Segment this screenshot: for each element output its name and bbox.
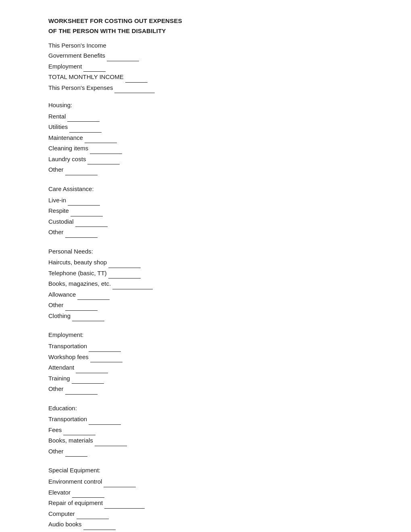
item-blank[interactable] bbox=[77, 289, 110, 300]
item-label: Other bbox=[48, 300, 64, 310]
item-blank[interactable] bbox=[72, 373, 104, 384]
item-blank[interactable] bbox=[65, 300, 98, 311]
item-blank[interactable] bbox=[75, 216, 108, 227]
item-blank[interactable] bbox=[85, 133, 117, 143]
item-label: Transportation bbox=[48, 341, 87, 351]
expenses-label: This Person's Expenses bbox=[48, 83, 113, 93]
item-blank[interactable] bbox=[83, 519, 116, 530]
title-line-2: OF THE PERSON WITH THE DISABILITY bbox=[48, 26, 363, 36]
section-personal-needs: Personal Needs:Haircuts, beauty shop Tel… bbox=[48, 247, 363, 322]
line-item-housing-3: Cleaning items bbox=[48, 143, 363, 154]
item-blank[interactable] bbox=[90, 143, 122, 154]
item-blank[interactable] bbox=[89, 341, 121, 352]
item-label: Computer bbox=[48, 509, 75, 519]
line-item-personal-needs-2: Books, magazines, etc. bbox=[48, 278, 363, 289]
line-item-special-equipment-0: Environment control bbox=[48, 476, 363, 487]
item-blank[interactable] bbox=[65, 227, 98, 238]
section-header-employment: Employment: bbox=[48, 330, 363, 340]
item-blank[interactable] bbox=[104, 498, 145, 509]
item-blank[interactable] bbox=[90, 352, 122, 363]
item-blank[interactable] bbox=[108, 268, 141, 279]
line-item-education-1: Fees bbox=[48, 425, 363, 436]
item-blank[interactable] bbox=[69, 122, 102, 133]
page-container: WORKSHEET FOR COSTING OUT EXPENSES OF TH… bbox=[0, 0, 411, 532]
item-blank[interactable] bbox=[72, 311, 104, 322]
item-blank[interactable] bbox=[65, 384, 98, 395]
expenses-blank[interactable] bbox=[114, 83, 155, 94]
item-blank[interactable] bbox=[112, 278, 153, 289]
item-blank[interactable] bbox=[87, 154, 120, 165]
section-header-education: Education: bbox=[48, 403, 363, 414]
line-item-personal-needs-0: Haircuts, beauty shop bbox=[48, 257, 363, 268]
item-blank[interactable] bbox=[65, 164, 98, 175]
item-label: Other bbox=[48, 384, 64, 394]
line-item-education-3: Other bbox=[48, 446, 363, 457]
govt-benefits-line: Government Benefits bbox=[48, 50, 363, 61]
item-blank[interactable] bbox=[77, 509, 109, 520]
line-item-personal-needs-1: Telephone (basic, TT) bbox=[48, 268, 363, 279]
item-label: Live-in bbox=[48, 195, 66, 206]
line-item-education-0: Transportation bbox=[48, 414, 363, 425]
item-blank[interactable] bbox=[104, 476, 136, 487]
total-income-line: TOTAL MONTHLY INCOME bbox=[48, 72, 363, 83]
title-block: WORKSHEET FOR COSTING OUT EXPENSES OF TH… bbox=[48, 16, 363, 36]
line-item-care-assistance-1: Respite bbox=[48, 206, 363, 216]
line-item-employment-1: Workshop fees bbox=[48, 352, 363, 363]
item-label: Telephone (basic, TT) bbox=[48, 268, 107, 278]
total-income-label: TOTAL MONTHLY INCOME bbox=[48, 72, 124, 82]
line-item-employment-4: Other bbox=[48, 384, 363, 395]
item-blank[interactable] bbox=[65, 446, 87, 457]
item-blank[interactable] bbox=[72, 487, 104, 498]
line-item-special-equipment-2: Repair of equipment bbox=[48, 498, 363, 509]
item-label: Transportation bbox=[48, 414, 87, 424]
govt-benefits-blank[interactable] bbox=[107, 50, 139, 61]
item-label: Laundry costs bbox=[48, 154, 86, 164]
item-blank[interactable] bbox=[108, 257, 141, 268]
item-label: Books, magazines, etc. bbox=[48, 278, 111, 289]
section-special-equipment: Special Equipment:Environment control El… bbox=[48, 466, 363, 532]
item-label: Cleaning items bbox=[48, 143, 88, 154]
item-label: Elevator bbox=[48, 487, 71, 498]
item-blank[interactable] bbox=[89, 414, 121, 425]
section-housing: Housing:Rental Utilities Maintenance Cle… bbox=[48, 100, 363, 175]
item-label: Workshop fees bbox=[48, 352, 89, 362]
item-label: Attendant bbox=[48, 362, 74, 373]
section-header-housing: Housing: bbox=[48, 100, 363, 110]
employment-intro-blank[interactable] bbox=[83, 61, 106, 72]
line-item-care-assistance-2: Custodial bbox=[48, 216, 363, 227]
line-item-housing-2: Maintenance bbox=[48, 133, 363, 143]
item-label: Maintenance bbox=[48, 133, 83, 143]
line-item-special-equipment-5: Ramp bbox=[48, 530, 363, 532]
item-blank[interactable] bbox=[63, 425, 95, 436]
line-item-personal-needs-4: Other bbox=[48, 300, 363, 311]
line-item-education-2: Books, materials bbox=[48, 435, 363, 446]
item-label: Respite bbox=[48, 206, 69, 216]
section-employment: Employment:Transportation Workshop fees … bbox=[48, 330, 363, 394]
item-label: Other bbox=[48, 227, 64, 237]
line-item-special-equipment-1: Elevator bbox=[48, 487, 363, 498]
item-blank[interactable] bbox=[95, 435, 127, 446]
item-label: Custodial bbox=[48, 216, 74, 227]
line-item-care-assistance-0: Live-in bbox=[48, 195, 363, 206]
line-item-housing-0: Rental bbox=[48, 111, 363, 122]
section-education: Education:Transportation Fees Books, mat… bbox=[48, 403, 363, 457]
line-item-housing-4: Laundry costs bbox=[48, 154, 363, 165]
total-income-blank[interactable] bbox=[125, 72, 147, 83]
line-item-employment-3: Training bbox=[48, 373, 363, 384]
employment-intro-line: Employment bbox=[48, 61, 363, 72]
item-blank[interactable] bbox=[67, 111, 100, 122]
item-label: Clothing bbox=[48, 311, 71, 321]
item-label: Repair of equipment bbox=[48, 498, 103, 508]
item-label: Fees bbox=[48, 425, 62, 435]
item-blank[interactable] bbox=[71, 206, 103, 216]
intro-block: This Person's Income Government Benefits… bbox=[48, 40, 363, 94]
line-item-employment-0: Transportation bbox=[48, 341, 363, 352]
sections-container: Housing:Rental Utilities Maintenance Cle… bbox=[48, 100, 363, 532]
item-label: Other bbox=[48, 164, 64, 175]
item-blank[interactable] bbox=[68, 195, 100, 206]
item-label: Haircuts, beauty shop bbox=[48, 257, 107, 268]
item-blank[interactable] bbox=[66, 530, 98, 532]
section-header-personal-needs: Personal Needs: bbox=[48, 247, 363, 257]
expenses-line: This Person's Expenses bbox=[48, 83, 363, 94]
item-blank[interactable] bbox=[76, 362, 108, 373]
